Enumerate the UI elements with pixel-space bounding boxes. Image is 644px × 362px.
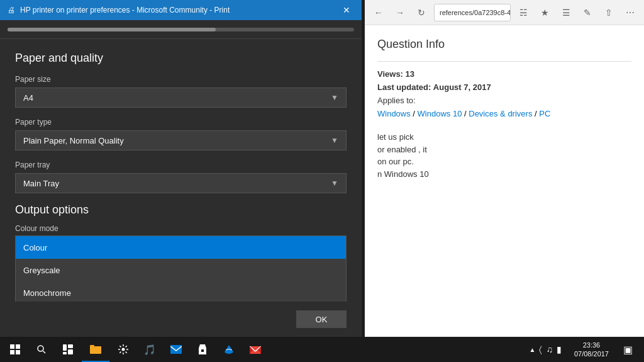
colour-option[interactable]: Colour bbox=[16, 236, 346, 259]
gmail-button[interactable] bbox=[243, 337, 268, 362]
task-view-button[interactable] bbox=[55, 337, 80, 362]
browser-window: ← → ↻ references/0a7239c8-45ca-44fa-8d4a… bbox=[365, 0, 644, 337]
article-text: let us pick or enabled , it on our pc. n… bbox=[377, 131, 631, 180]
paper-size-select[interactable]: A4 ▼ bbox=[15, 88, 347, 108]
print-dialog: 🖨 HP printer on printer preferences - Mi… bbox=[0, 0, 362, 337]
paper-tray-value: Main Tray bbox=[23, 179, 59, 188]
link-windows[interactable]: Windows bbox=[377, 109, 411, 118]
system-tray: ▲ 〈 ♫ ▮ bbox=[525, 344, 567, 355]
svg-rect-2 bbox=[10, 350, 14, 354]
taskbar-left: 🎵 bbox=[0, 337, 270, 362]
paper-type-value: Plain Paper, Normal Quality bbox=[23, 136, 124, 145]
paper-type-label: Paper type bbox=[15, 118, 347, 127]
volume-icon[interactable]: ♫ bbox=[546, 344, 553, 354]
paper-tray-select[interactable]: Main Tray ▼ bbox=[15, 173, 347, 193]
media-player-button[interactable]: 🎵 bbox=[137, 337, 162, 362]
paper-tray-label: Paper tray bbox=[15, 161, 347, 169]
dialog-body: Paper and quality Paper size A4 ▼ Paper … bbox=[0, 39, 362, 302]
link-pc[interactable]: PC bbox=[539, 109, 550, 118]
paper-type-group: Paper type Plain Paper, Normal Quality ▼ bbox=[15, 118, 347, 150]
svg-rect-3 bbox=[16, 350, 20, 354]
taskbar: 🎵 ▲ 〈 bbox=[0, 337, 644, 362]
browser-refresh-btn[interactable]: ↻ bbox=[413, 4, 430, 21]
link-windows10[interactable]: Windows 10 bbox=[418, 109, 462, 118]
monochrome-option[interactable]: Monochrome bbox=[16, 281, 346, 302]
applies-to-row: Applies to: bbox=[377, 96, 631, 105]
chevron-up-icon[interactable]: ▲ bbox=[530, 346, 536, 353]
browser-content: Question Info Views: 13 Last updated: Au… bbox=[365, 25, 644, 337]
svg-rect-6 bbox=[63, 344, 67, 351]
paper-tray-arrow: ▼ bbox=[331, 179, 338, 188]
notification-button[interactable]: ▣ bbox=[616, 337, 639, 362]
browser-favorites-btn[interactable]: ★ bbox=[536, 4, 553, 21]
colour-mode-label: Colour mode bbox=[15, 224, 347, 233]
colour-mode-dropdown: Colour Greyscale Monochrome bbox=[15, 235, 347, 302]
paper-size-group: Paper size A4 ▼ bbox=[15, 75, 347, 108]
browser-button[interactable] bbox=[216, 337, 242, 362]
browser-back-btn[interactable]: ← bbox=[370, 4, 387, 21]
dialog-scroll-area bbox=[0, 20, 362, 39]
start-button[interactable] bbox=[3, 337, 28, 362]
settings-button[interactable] bbox=[111, 337, 136, 362]
last-updated-row: Last updated: August 7, 2017 bbox=[377, 82, 631, 92]
link-devices[interactable]: Devices & drivers bbox=[469, 109, 532, 118]
paper-size-arrow: ▼ bbox=[331, 93, 338, 102]
svg-rect-12 bbox=[90, 345, 94, 348]
taskbar-right: ▲ 〈 ♫ ▮ 23:36 07/08/2017 ▣ bbox=[519, 337, 644, 362]
browser-url-bar: references/0a7239c8-45ca-44fa-8d4a-c5a25… bbox=[434, 4, 511, 21]
svg-rect-14 bbox=[170, 345, 182, 354]
svg-rect-1 bbox=[16, 344, 20, 349]
paper-tray-group: Paper tray Main Tray ▼ bbox=[15, 161, 347, 193]
dialog-title: HP printer on printer preferences - Micr… bbox=[20, 6, 334, 14]
dialog-titlebar: 🖨 HP printer on printer preferences - Mi… bbox=[0, 0, 362, 20]
applies-links: Windows / Windows 10 / Devices & drivers… bbox=[377, 109, 631, 118]
info-divider bbox=[377, 61, 631, 62]
paper-size-label: Paper size bbox=[15, 75, 347, 84]
svg-point-13 bbox=[122, 348, 125, 351]
browser-share-btn[interactable]: ⇧ bbox=[600, 4, 618, 21]
browser-toolbar: ← → ↻ references/0a7239c8-45ca-44fa-8d4a… bbox=[365, 0, 644, 25]
paper-size-value: A4 bbox=[23, 93, 33, 103]
scrollbar-thumb bbox=[8, 28, 216, 31]
printer-icon: 🖨 bbox=[8, 6, 15, 14]
svg-line-5 bbox=[43, 351, 46, 354]
paper-type-arrow: ▼ bbox=[331, 136, 338, 145]
browser-reading-btn[interactable]: ☵ bbox=[514, 4, 532, 21]
search-button[interactable] bbox=[29, 337, 54, 362]
dialog-close-button[interactable]: ✕ bbox=[339, 3, 354, 18]
greyscale-option[interactable]: Greyscale bbox=[16, 259, 346, 281]
output-options-title: Output options bbox=[15, 203, 347, 217]
question-info-title: Question Info bbox=[377, 38, 631, 51]
paper-quality-title: Paper and quality bbox=[15, 52, 347, 65]
svg-rect-8 bbox=[68, 349, 73, 354]
browser-hub-btn[interactable]: ☰ bbox=[557, 4, 575, 21]
clock-date: 07/08/2017 bbox=[574, 349, 609, 358]
mail-button[interactable] bbox=[164, 337, 189, 362]
svg-rect-0 bbox=[10, 344, 14, 349]
battery-icon[interactable]: ▮ bbox=[557, 344, 562, 354]
browser-note-btn[interactable]: ✎ bbox=[579, 4, 596, 21]
browser-more-btn[interactable]: ⋯ bbox=[621, 4, 639, 21]
network-icon[interactable]: 〈 bbox=[539, 344, 542, 355]
store-button[interactable] bbox=[190, 337, 215, 362]
file-explorer-button[interactable] bbox=[82, 337, 109, 362]
clock[interactable]: 23:36 07/08/2017 bbox=[569, 341, 614, 359]
svg-point-4 bbox=[38, 346, 43, 351]
svg-rect-7 bbox=[68, 344, 73, 348]
colour-mode-group: Colour mode Colour Greyscale Monochrome bbox=[15, 224, 347, 302]
ok-button[interactable]: OK bbox=[296, 310, 347, 328]
views-row: Views: 13 bbox=[377, 69, 631, 79]
dialog-footer: OK bbox=[0, 302, 362, 337]
svg-rect-9 bbox=[63, 352, 67, 354]
paper-type-select[interactable]: Plain Paper, Normal Quality ▼ bbox=[15, 130, 347, 150]
clock-time: 23:36 bbox=[583, 341, 601, 349]
browser-forward-btn[interactable]: → bbox=[391, 4, 409, 21]
scrollbar-track[interactable] bbox=[8, 28, 354, 31]
